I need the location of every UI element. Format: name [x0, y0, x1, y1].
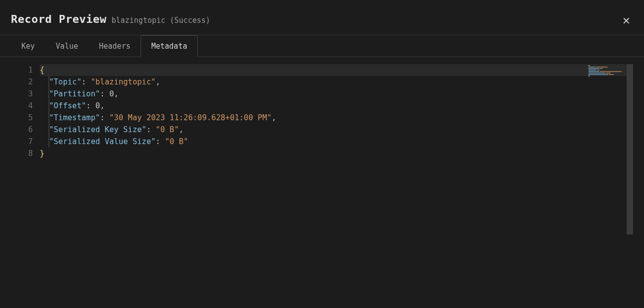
line-number: 6 [16, 124, 33, 136]
header-left: Record Preview blazingtopic (Success) [11, 13, 210, 25]
code-line: "Partition": 0, [40, 88, 633, 100]
line-number: 3 [16, 88, 33, 100]
line-number: 1 [16, 64, 33, 76]
editor-container: 12345678 { "Topic": "blazingtopic", "Par… [11, 63, 633, 302]
code-editor[interactable]: 12345678 { "Topic": "blazingtopic", "Par… [11, 63, 633, 302]
tab-metadata[interactable]: Metadata [141, 35, 197, 57]
close-icon: ✕ [622, 15, 631, 26]
tab-headers[interactable]: Headers [88, 35, 141, 57]
code-line: { [40, 64, 633, 76]
code-line: "Topic": "blazingtopic", [40, 76, 633, 88]
code-line: "Timestamp": "30 May 2023 11:26:09.628+0… [40, 112, 633, 124]
code-line: "Offset": 0, [40, 100, 633, 112]
json-key: "Serialized Key Size" [49, 125, 147, 134]
close-button[interactable]: ✕ [619, 14, 633, 28]
line-number: 8 [16, 148, 33, 159]
json-number: 0 [109, 89, 114, 98]
code-line: } [40, 148, 633, 159]
header: Record Preview blazingtopic (Success) ✕ [0, 0, 644, 35]
tab-label: Key [21, 42, 35, 51]
json-string: "30 May 2023 11:26:09.628+01:00 PM" [109, 113, 272, 122]
line-number: 2 [16, 76, 33, 88]
tab-label: Headers [99, 42, 130, 51]
json-number: 0 [95, 101, 100, 110]
header-subtitle: blazingtopic (Success) [111, 16, 210, 25]
json-key: "Topic" [49, 77, 81, 86]
code-line: "Serialized Value Size": "0 B" [40, 136, 633, 148]
gutter: 12345678 [11, 63, 40, 302]
line-number: 5 [16, 112, 33, 124]
json-string: "0 B" [165, 137, 188, 146]
tab-label: Metadata [151, 42, 187, 51]
tab-label: Value [56, 42, 78, 51]
tab-key[interactable]: Key [11, 35, 45, 57]
json-key: "Partition" [49, 89, 100, 98]
line-number: 4 [16, 100, 33, 112]
code-area[interactable]: { "Topic": "blazingtopic", "Partition": … [40, 63, 633, 302]
tab-value[interactable]: Value [45, 35, 88, 57]
json-key: "Offset" [49, 101, 86, 110]
page-title: Record Preview [11, 13, 106, 25]
line-number: 7 [16, 136, 33, 148]
code-line: "Serialized Key Size": "0 B", [40, 124, 633, 136]
json-string: "blazingtopic" [91, 77, 156, 86]
json-key: "Serialized Value Size" [49, 137, 156, 146]
json-string: "0 B" [156, 125, 179, 134]
tabs: KeyValueHeadersMetadata [0, 35, 644, 57]
json-key: "Timestamp" [49, 113, 100, 122]
